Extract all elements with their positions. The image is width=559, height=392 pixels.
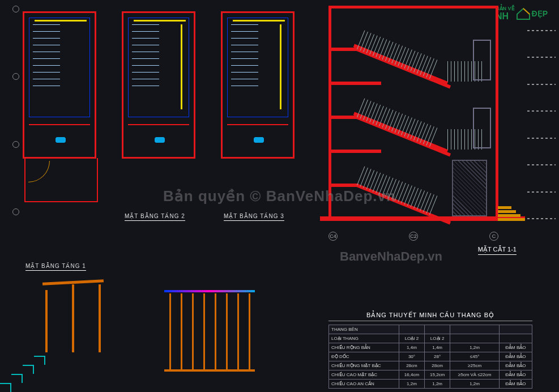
railing-elevation-detail [164, 290, 255, 369]
cad-canvas[interactable]: BẢN VẼ NH ĐẸP MẶT BẰNG TẦNG 1 [0, 0, 559, 392]
door-level-2 [473, 108, 491, 148]
door-level-3 [473, 40, 491, 80]
gridline-c2: C2 [409, 232, 418, 241]
section-caption: MẶT CẮT 1-1 [478, 246, 517, 255]
table-row: CHIỀU CAO MẶT BẬC 16,4cm 15,2cm ≥5cm VÀ … [329, 370, 532, 380]
floorplan-level-3: MẶT BẰNG TẦNG 3 [221, 6, 311, 215]
table-title: BẢNG THUYẾT MINH CẦU THANG BỘ [328, 312, 532, 321]
table-row: CHIỀU RỘNG MẶT BẬC 28cm 28cm ≥25cm ĐẢM B… [329, 361, 532, 370]
table-head-thang-ben: THANG BÊN [329, 325, 399, 334]
gridline-c4: C4 [328, 232, 338, 241]
floorplan-level-1: MẶT BẰNG TẦNG 1 [23, 6, 113, 215]
exterior-steps [498, 206, 525, 221]
table-row: CHIỀU RỘNG BẢN 1,4m 1,4m 1,2m ĐẢM BẢO [329, 343, 532, 352]
gridline-c: C [489, 232, 498, 241]
plan-caption-1: MẶT BẰNG TẦNG 1 [25, 263, 86, 271]
door-ground [452, 160, 487, 216]
spec-table: BẢNG THUYẾT MINH CẦU THANG BỘ THANG BÊN … [328, 312, 532, 389]
dimension-marks-right [527, 17, 556, 232]
floorplan-level-2: MẶT BẰNG TẦNG 2 [122, 6, 212, 215]
table-row: CHIỀU CAO AN CẦN 1,2m 1,2m 1,2m ĐẢM BẢO [329, 380, 532, 389]
stair-rail-detail [0, 273, 119, 392]
table-row: LOẠI THANG LOẠI 2 LOẠI 2 [329, 334, 532, 343]
plan-caption-2: MẶT BẰNG TẦNG 2 [125, 213, 185, 221]
section-view-1-1: C4 C2 C MẶT CẮT 1-1 [323, 6, 527, 261]
plan-caption-3: MẶT BẰNG TẦNG 3 [224, 213, 284, 221]
table-row: ĐỘ DỐC 30° 28° ≤45° ĐẢM BẢO [329, 352, 532, 361]
